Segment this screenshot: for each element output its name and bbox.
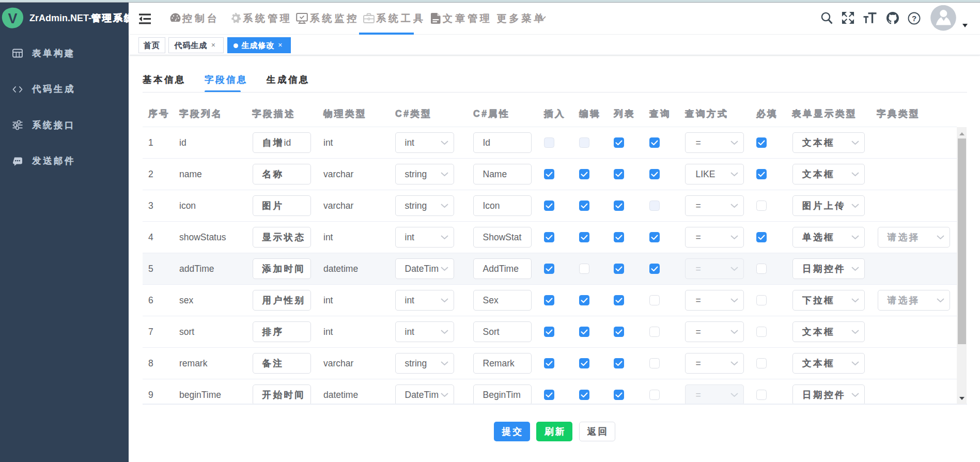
svg-text:V: V — [8, 11, 17, 26]
svg-text:?: ? — [912, 14, 916, 23]
